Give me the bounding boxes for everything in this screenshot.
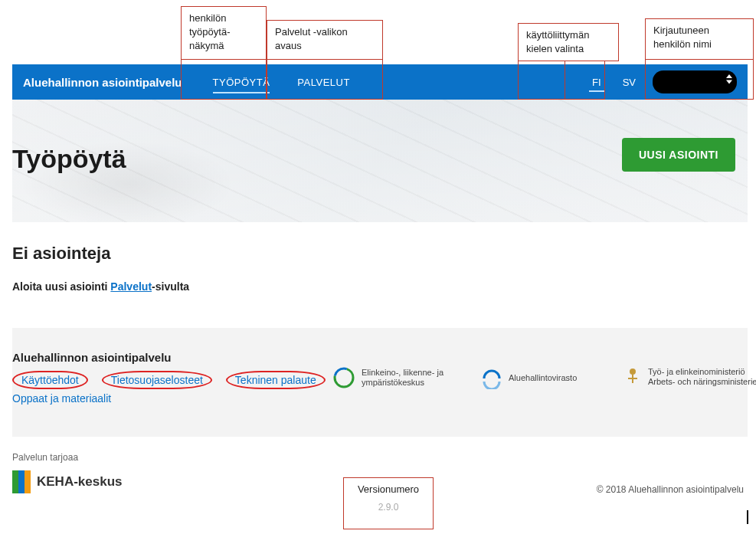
logo-ely: Elinkeino-, liikenne- ja ympäristökeskus xyxy=(332,366,470,389)
lang-fi[interactable]: FI xyxy=(581,64,612,100)
no-cases-heading: Ei asiointeja xyxy=(12,244,110,264)
oval-highlight: Tietosuojaselosteet xyxy=(102,371,212,389)
callout-desktop-view: henkilön työpöytä-näkymä xyxy=(181,6,267,60)
nav-desktop[interactable]: TYÖPÖYTÄ xyxy=(199,64,284,100)
text-cursor xyxy=(747,510,748,524)
callout-services-menu: Palvelut -valikon avaus xyxy=(267,20,383,60)
start-suffix: -sivulta xyxy=(152,280,189,293)
start-new-paragraph: Aloita uusi asiointi Palvelut-sivulta xyxy=(12,280,189,293)
feedback-link[interactable]: Tekninen palaute xyxy=(235,374,316,386)
callout-language-select: käyttöliittymän kielen valinta xyxy=(518,23,619,61)
nav-services[interactable]: PALVELUT xyxy=(283,64,364,100)
main-nav: TYÖPÖYTÄ PALVELUT xyxy=(199,64,364,100)
guides-link[interactable]: Oppaat ja materiaalit xyxy=(12,392,111,405)
avi-icon xyxy=(481,368,502,389)
user-menu[interactable] xyxy=(653,70,737,93)
keha-logo: KEHA-keskus xyxy=(12,470,123,493)
keha-bars-icon xyxy=(12,470,31,493)
version-number: 2.9.0 xyxy=(352,501,425,514)
page-title: Työpöytä xyxy=(12,144,126,174)
lang-sv[interactable]: SV xyxy=(612,64,646,100)
header-bar: Aluehallinnon asiointipalvelu TYÖPÖYTÄ P… xyxy=(12,64,748,100)
ely-icon xyxy=(332,366,355,389)
oval-highlight: Käyttöehdot xyxy=(12,371,88,389)
callout-version-label: Versionumero xyxy=(352,483,425,496)
language-switcher: FI SV xyxy=(581,64,646,100)
provider-label: Palvelun tarjoaa xyxy=(12,452,78,463)
tem-label: Työ- ja elinkeinoministeriö Arbets- och … xyxy=(648,367,756,387)
services-link[interactable]: Palvelut xyxy=(110,280,152,293)
start-prefix: Aloita uusi asiointi xyxy=(12,280,110,293)
brand-title: Aluehallinnon asiointipalvelu xyxy=(12,76,182,89)
callout-version: Versionumero 2.9.0 xyxy=(343,477,434,529)
new-case-button[interactable]: UUSI ASIOINTI xyxy=(622,138,735,172)
terms-link[interactable]: Käyttöehdot xyxy=(21,374,79,386)
svg-point-2 xyxy=(630,369,636,375)
avi-label: Aluehallintovirasto xyxy=(509,373,577,383)
footer-links-row: Käyttöehdot Tietosuojaselosteet Tekninen… xyxy=(12,371,326,389)
callout-user-name: Kirjautuneen henkilön nimi xyxy=(645,18,754,60)
logo-tem: Työ- ja elinkeinoministeriö Arbets- och … xyxy=(623,366,756,388)
footer-panel: Aluehallinnon asiointipalvelu Käyttöehdo… xyxy=(12,328,748,437)
privacy-link[interactable]: Tietosuojaselosteet xyxy=(111,374,203,386)
keha-text: KEHA-keskus xyxy=(37,474,123,490)
ely-label: Elinkeino-, liikenne- ja ympäristökeskus xyxy=(362,368,470,388)
copyright: © 2018 Aluehallinnon asiointipalvelu xyxy=(597,484,744,495)
footer-title: Aluehallinnon asiointipalvelu xyxy=(12,351,172,364)
oval-highlight: Tekninen palaute xyxy=(226,371,326,389)
tem-icon xyxy=(623,366,642,388)
hero-banner: Työpöytä UUSI ASIOINTI xyxy=(12,100,748,222)
logo-avi: Aluehallintovirasto xyxy=(481,368,604,389)
